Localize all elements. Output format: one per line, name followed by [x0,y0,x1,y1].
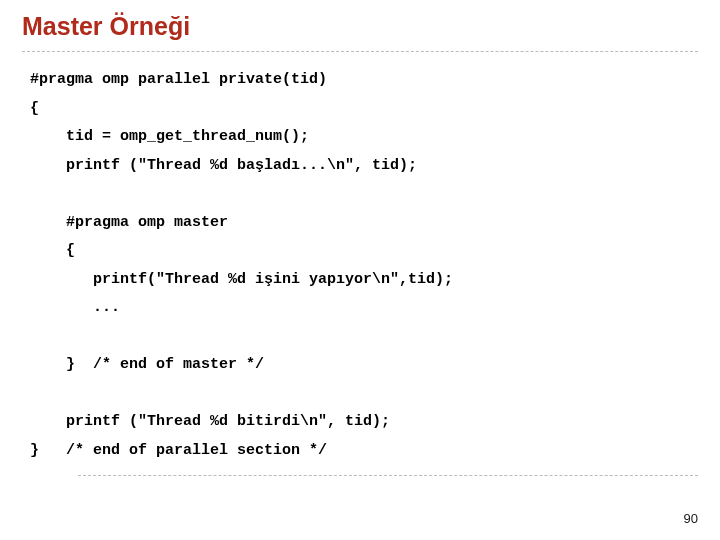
code-block: #pragma omp parallel private(tid) { tid … [0,66,720,465]
page-number: 90 [684,511,698,526]
slide-title: Master Örneği [0,0,720,51]
divider-bottom [78,475,698,476]
divider-top [22,51,698,52]
